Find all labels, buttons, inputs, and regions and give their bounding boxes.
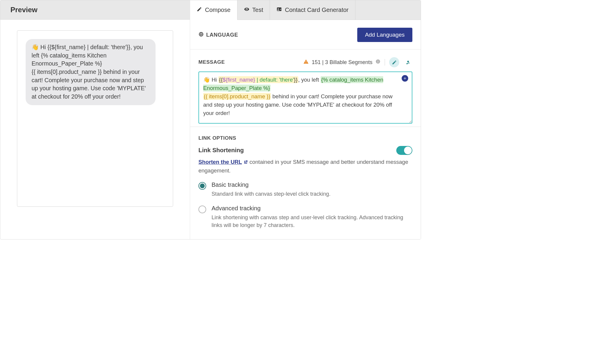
- compose-panel: Compose Test Contact Card Generator: [190, 0, 421, 239]
- advanced-tracking-sub: Link shortening with canvas step and use…: [212, 214, 412, 229]
- warning-icon: [303, 59, 309, 66]
- link-shortening-title: Link Shortening: [198, 147, 244, 154]
- link-shortening-toggle[interactable]: [396, 146, 412, 155]
- eye-icon: [244, 7, 249, 13]
- preview-title: Preview: [10, 6, 180, 14]
- add-languages-button[interactable]: Add Languages: [357, 28, 412, 42]
- divider: [385, 59, 385, 66]
- tab-contact-card[interactable]: Contact Card Generator: [270, 0, 355, 20]
- bubble-line-2: {{ items[0].product_name }} behind in yo…: [32, 69, 146, 100]
- tab-compose-label: Compose: [205, 7, 231, 13]
- language-label: LANGUAGE: [206, 32, 238, 38]
- liquid-variable: {{${first_name} | default: 'there'}}: [218, 76, 298, 83]
- message-editor[interactable]: 👋 Hi {{${first_name} | default: 'there'}…: [198, 71, 412, 124]
- text: 👋 Hi: [203, 77, 218, 83]
- tab-test[interactable]: Test: [237, 0, 270, 20]
- external-link-icon: [243, 158, 248, 167]
- message-label: MESSAGE: [198, 59, 225, 65]
- basic-tracking-radio[interactable]: [198, 182, 206, 190]
- info-icon[interactable]: [375, 59, 380, 66]
- insert-snippet-button[interactable]: [402, 75, 408, 82]
- tab-compose[interactable]: Compose: [190, 0, 237, 20]
- advanced-tracking-label: Advanced tracking: [212, 205, 412, 212]
- editor-tabs: Compose Test Contact Card Generator: [190, 0, 421, 20]
- basic-tracking-sub: Standard link with canvas step-level cli…: [212, 190, 330, 198]
- preview-panel: Preview 👋 Hi {{${first_name} | default: …: [0, 0, 190, 239]
- link-options-label: LINK OPTIONS: [198, 135, 236, 141]
- globe-icon: [198, 32, 204, 38]
- shorten-url-link[interactable]: Shorten the URL: [198, 159, 242, 165]
- advanced-tracking-radio[interactable]: [198, 206, 206, 213]
- personalization-button[interactable]: [389, 57, 399, 67]
- char-count: 151 | 3 Billable Segments: [312, 59, 372, 66]
- bubble-line-1: 👋 Hi {{${first_name} | default: 'there'}…: [32, 44, 143, 67]
- basic-tracking-label: Basic tracking: [212, 181, 330, 188]
- sms-preview-frame: 👋 Hi {{${first_name} | default: 'there'}…: [17, 30, 173, 207]
- add-recipient-button[interactable]: [402, 57, 412, 67]
- id-card-icon: [277, 7, 282, 13]
- pencil-icon: [197, 7, 202, 13]
- tab-contact-label: Contact Card Generator: [285, 7, 348, 13]
- tab-test-label: Test: [252, 7, 263, 13]
- sms-bubble: 👋 Hi {{${first_name} | default: 'there'}…: [26, 39, 156, 105]
- text: , you left: [298, 77, 321, 83]
- liquid-item-var: {{ items[0].product_name }}: [203, 93, 271, 100]
